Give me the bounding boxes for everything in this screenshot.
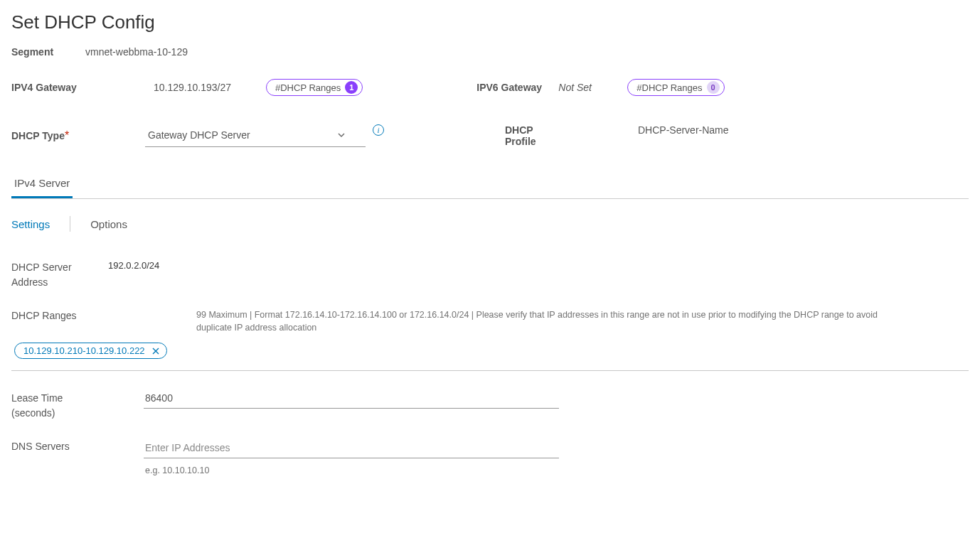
subtab-options[interactable]: Options	[90, 218, 127, 230]
dhcp-type-value: Gateway DHCP Server	[148, 129, 250, 141]
ipv4-gateway-value: 10.129.10.193/27	[154, 82, 266, 93]
required-marker: *	[65, 129, 69, 142]
lease-time-input[interactable]	[144, 389, 559, 409]
dhcp-profile-label: DHCP Profile	[505, 124, 565, 147]
dhcp-type-select[interactable]: Gateway DHCP Server	[145, 124, 366, 147]
segment-label: Segment	[11, 46, 85, 58]
dns-servers-hint: e.g. 10.10.10.10	[145, 465, 969, 475]
ipv6-gateway-value: Not Set	[558, 82, 627, 93]
ipv4-dhcp-ranges-button[interactable]: #DHCP Ranges 1	[266, 79, 363, 96]
dhcp-server-address-value: 192.0.2.0/24	[108, 260, 159, 271]
section-divider	[11, 370, 969, 371]
remove-range-icon[interactable]	[151, 346, 161, 356]
segment-value: vmnet-webbma-10-129	[85, 46, 188, 58]
ipv6-dhcp-ranges-button[interactable]: #DHCP Ranges 0	[627, 79, 724, 96]
tab-divider	[70, 216, 70, 232]
dns-servers-label: DNS Servers	[11, 439, 108, 475]
lease-time-label-line1: Lease Time	[11, 392, 63, 404]
dhcp-server-address-label: DHCP Server Address	[11, 259, 108, 290]
tab-ipv4-server[interactable]: IPv4 Server	[11, 173, 73, 198]
close-icon	[152, 348, 159, 355]
ipv6-ranges-btn-label: #DHCP Ranges	[637, 82, 702, 93]
ipv4-ranges-btn-label: #DHCP Ranges	[275, 82, 341, 93]
dhcp-profile-value: DHCP-Server-Name	[638, 124, 729, 147]
dhcp-server-address-label-line1: DHCP Server	[11, 262, 72, 273]
ipv6-gateway-label: IPV6 Gateway	[476, 82, 558, 93]
dhcp-type-label: DHCP Type	[11, 130, 65, 141]
lease-time-label: Lease Time (seconds)	[11, 389, 108, 421]
dhcp-server-address-label-line2: Address	[11, 276, 48, 288]
dhcp-range-chip[interactable]: 10.129.10.210-10.129.10.222	[14, 343, 167, 359]
dns-servers-input[interactable]	[144, 439, 559, 458]
lease-time-label-line2: (seconds)	[11, 407, 55, 419]
info-icon[interactable]: i	[373, 124, 384, 136]
dhcp-ranges-helper-text: 99 Maximum | Format 172.16.14.10-172.16.…	[108, 308, 890, 334]
dhcp-range-chip-text: 10.129.10.210-10.129.10.222	[23, 345, 145, 356]
ipv4-gateway-label: IPV4 Gateway	[11, 82, 154, 93]
subtab-settings[interactable]: Settings	[11, 218, 50, 230]
ipv6-ranges-count-badge: 0	[707, 81, 720, 94]
ipv4-ranges-count-badge: 1	[345, 81, 358, 94]
chevron-down-icon	[337, 131, 346, 139]
dialog-title: Set DHCP Config	[11, 11, 969, 33]
dhcp-ranges-label: DHCP Ranges	[11, 308, 108, 334]
